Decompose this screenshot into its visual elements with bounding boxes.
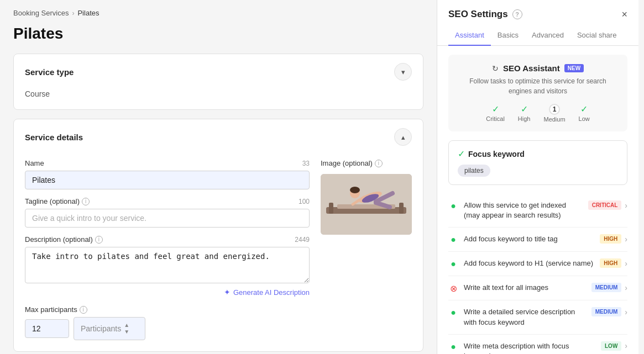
seo-tabs: Assistant Basics Advanced Social share xyxy=(437,25,638,46)
low-label: Low xyxy=(579,115,590,122)
task-h1-status: ● xyxy=(448,259,458,269)
critical-check-icon: ✓ xyxy=(492,104,499,114)
participants-select[interactable]: Participants ▲ ▼ xyxy=(74,317,145,340)
task-description-badge: MEDIUM xyxy=(591,307,622,316)
seo-content: ↻ SEO Assistant NEW Follow tasks to opti… xyxy=(437,46,638,354)
service-type-body: Course xyxy=(14,89,423,109)
score-row: ✓ Critical ✓ High 1 Medium ✓ Low xyxy=(457,104,619,123)
image-info-icon[interactable]: i xyxy=(375,160,383,167)
image-label: Image (optional) i xyxy=(321,159,383,167)
task-title-tag-chevron-icon: › xyxy=(625,235,627,244)
medium-number-icon: 1 xyxy=(549,104,560,115)
new-badge: NEW xyxy=(564,64,584,72)
tab-basics[interactable]: Basics xyxy=(491,25,525,46)
description-info-icon[interactable]: i xyxy=(95,236,103,244)
image-label-row: Image (optional) i xyxy=(321,159,412,171)
assistant-description: Follow tasks to optimize this service fo… xyxy=(457,76,619,96)
task-h1-right: HIGH › xyxy=(600,258,627,268)
tagline-label: Tagline (optional) i xyxy=(25,197,90,205)
task-title-tag-info: Add focus keyword to title tag xyxy=(464,234,594,244)
task-meta-description-badge: LOW xyxy=(601,341,621,351)
sparkle-icon: ✦ xyxy=(224,288,231,297)
description-textarea[interactable]: Take intro to pilates and feel great and… xyxy=(25,247,310,283)
task-index[interactable]: ● Allow this service to get indexed (may… xyxy=(448,194,627,228)
service-type-toggle-button[interactable]: ▾ xyxy=(394,63,412,81)
service-type-header: Service type ▾ xyxy=(14,54,423,89)
image-preview[interactable] xyxy=(321,174,412,235)
high-check-icon: ✓ xyxy=(521,104,528,114)
max-participants-input[interactable] xyxy=(25,319,69,338)
task-title-tag-text: Add focus keyword to title tag xyxy=(464,235,558,243)
task-alt-text-badge: MEDIUM xyxy=(591,283,622,292)
task-title-tag-right: HIGH › xyxy=(600,234,627,244)
tab-assistant[interactable]: Assistant xyxy=(448,25,491,46)
low-check-icon: ✓ xyxy=(580,104,588,114)
focus-keyword-tag: pilates xyxy=(458,165,490,177)
task-meta-description-info: Write meta description with focus keywor… xyxy=(464,341,595,354)
task-alt-text-chevron-icon: › xyxy=(625,283,627,292)
generate-ai-button[interactable]: ✦ Generate AI Description xyxy=(25,288,310,297)
assistant-title: SEO Assistant xyxy=(503,64,560,73)
task-title-tag[interactable]: ● Add focus keyword to title tag HIGH › xyxy=(448,228,627,252)
seo-close-button[interactable]: × xyxy=(621,9,627,19)
name-label: Name xyxy=(25,159,44,167)
task-description-text: Write a detailed service description wit… xyxy=(464,308,575,326)
medium-label: Medium xyxy=(543,116,565,123)
task-title-tag-status: ● xyxy=(448,235,458,245)
task-index-right: CRITICAL › xyxy=(588,200,627,210)
service-details-toggle-button[interactable]: ▴ xyxy=(394,128,412,146)
description-label-row: Description (optional) i 2449 xyxy=(25,235,310,244)
svg-rect-2 xyxy=(329,203,333,214)
name-input[interactable] xyxy=(25,171,310,189)
focus-keyword-header: ✓ Focus keyword xyxy=(458,149,618,159)
critical-label: Critical xyxy=(486,115,505,122)
refresh-icon: ↻ xyxy=(492,64,499,73)
service-details-body: Name 33 Tagline (optional) i 100 xyxy=(14,159,423,351)
task-h1-check-icon: ● xyxy=(451,259,456,269)
tagline-info-icon[interactable]: i xyxy=(82,198,90,205)
score-medium: 1 Medium xyxy=(543,104,565,123)
score-low: ✓ Low xyxy=(579,104,590,123)
description-label: Description (optional) i xyxy=(25,235,103,244)
task-alt-text-status: ⊗ xyxy=(448,283,458,293)
description-char-count: 2449 xyxy=(295,236,310,244)
max-participants-group: Max participants i Participants ▲ ▼ xyxy=(25,305,145,340)
svg-rect-3 xyxy=(399,203,404,214)
tagline-char-count: 100 xyxy=(299,198,310,205)
assistant-header: ↻ SEO Assistant NEW xyxy=(457,64,619,73)
breadcrumb-parent[interactable]: Booking Services xyxy=(13,9,69,17)
task-description[interactable]: ● Write a detailed service description w… xyxy=(448,300,627,334)
tagline-input[interactable] xyxy=(25,209,310,228)
seo-help-icon[interactable]: ? xyxy=(512,9,522,19)
tagline-label-row: Tagline (optional) i 100 xyxy=(25,197,310,205)
task-meta-description-chevron-icon: › xyxy=(625,341,627,350)
stepper-up-button[interactable]: ▲ xyxy=(123,322,130,329)
focus-keyword-title: Focus keyword xyxy=(468,150,525,158)
task-alt-text-right: MEDIUM › xyxy=(591,283,627,292)
task-h1-badge: HIGH xyxy=(600,258,621,268)
name-label-row: Name 33 xyxy=(25,159,310,167)
task-h1-info: Add focus keyword to H1 (service name) xyxy=(464,258,594,268)
max-participants-label: Max participants i xyxy=(25,305,145,314)
task-index-check-icon: ● xyxy=(451,201,456,211)
max-participants-info-icon[interactable]: i xyxy=(80,306,87,314)
score-high: ✓ High xyxy=(518,104,531,123)
name-char-count: 33 xyxy=(302,160,310,167)
task-description-check-icon: ● xyxy=(451,308,456,318)
tab-advanced[interactable]: Advanced xyxy=(525,25,570,46)
participants-stepper[interactable]: ▲ ▼ xyxy=(123,322,130,335)
stepper-down-button[interactable]: ▼ xyxy=(123,329,130,335)
task-meta-description[interactable]: ● Write meta description with focus keyw… xyxy=(448,335,627,354)
chevron-down-icon: ▾ xyxy=(401,68,405,76)
task-alt-text[interactable]: ⊗ Write alt text for all images MEDIUM › xyxy=(448,276,627,300)
tab-social-share[interactable]: Social share xyxy=(570,25,624,46)
service-type-title: Service type xyxy=(25,67,74,77)
high-label: High xyxy=(518,115,531,122)
task-h1[interactable]: ● Add focus keyword to H1 (service name)… xyxy=(448,252,627,276)
image-section: Image (optional) i xyxy=(321,159,412,297)
name-image-row: Name 33 Tagline (optional) i 100 xyxy=(25,159,412,297)
service-details-title: Service details xyxy=(25,133,83,142)
task-description-info: Write a detailed service description wit… xyxy=(464,307,586,327)
task-h1-text: Add focus keyword to H1 (service name) xyxy=(464,259,593,267)
svg-point-7 xyxy=(350,187,360,193)
